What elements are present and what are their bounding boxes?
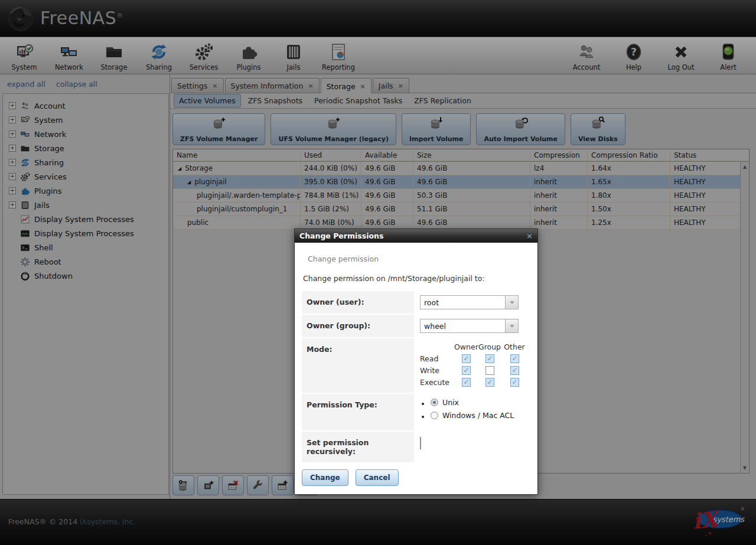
execute-other-checkbox[interactable]	[510, 378, 519, 387]
dialog-titlebar[interactable]: Change Permissions	[295, 229, 537, 243]
owner-user-combobox[interactable]	[420, 295, 519, 309]
execute-group-checkbox[interactable]	[485, 378, 494, 387]
change-button[interactable]: Change	[302, 469, 348, 486]
owner-group-row: Owner (group):	[302, 315, 530, 337]
recursive-checkbox[interactable]	[420, 437, 421, 449]
cancel-button[interactable]: Cancel	[356, 469, 399, 486]
dialog-section-label: Change permission	[308, 254, 530, 263]
radio-unix[interactable]	[431, 399, 438, 406]
read-owner-checkbox[interactable]	[462, 354, 471, 363]
mode-label: Mode:	[302, 338, 414, 393]
read-group-checkbox[interactable]	[485, 354, 494, 363]
owner-user-label: Owner (user):	[302, 291, 414, 314]
owner-group-combobox[interactable]	[420, 319, 519, 333]
permission-type-unix-option[interactable]: Unix	[431, 398, 459, 407]
owner-group-input[interactable]	[421, 319, 505, 332]
chevron-down-icon	[510, 325, 514, 328]
permission-type-row: Permission Type: Unix Windows / Mac ACL	[302, 394, 530, 430]
radio-windows-mac-acl[interactable]	[431, 412, 438, 419]
recursive-label: Set permission recursively:	[302, 432, 414, 462]
mode-row: Mode: Owner Group Other Read Write Execu…	[302, 338, 530, 393]
dialog-description: Change permission on /mnt/Storage/plugin…	[303, 274, 530, 283]
permission-type-acl-option[interactable]: Windows / Mac ACL	[431, 411, 514, 420]
mode-matrix: Owner Group Other Read Write Execute	[420, 342, 530, 387]
dialog-title: Change Permissions	[299, 231, 526, 240]
mode-col-group: Group	[478, 342, 501, 351]
mode-row-read-label: Read	[420, 354, 454, 363]
mode-col-owner: Owner	[454, 342, 478, 351]
owner-group-label: Owner (group):	[302, 315, 414, 337]
recursive-row: Set permission recursively:	[302, 432, 530, 462]
write-other-checkbox[interactable]	[510, 366, 519, 375]
mode-row-execute-label: Execute	[420, 378, 454, 387]
owner-user-row: Owner (user):	[302, 291, 530, 314]
owner-user-input[interactable]	[421, 296, 505, 309]
write-group-checkbox[interactable]	[485, 366, 494, 375]
execute-owner-checkbox[interactable]	[462, 378, 471, 387]
chevron-down-icon	[510, 301, 514, 304]
owner-group-dropdown-button[interactable]	[505, 319, 518, 332]
dialog-close-icon[interactable]	[526, 231, 533, 240]
write-owner-checkbox[interactable]	[462, 366, 471, 375]
owner-user-dropdown-button[interactable]	[505, 296, 518, 309]
read-other-checkbox[interactable]	[510, 354, 519, 363]
mode-col-other: Other	[501, 342, 527, 351]
permission-type-label: Permission Type:	[302, 394, 414, 430]
change-permissions-dialog: Change Permissions Change permission Cha…	[294, 229, 538, 495]
mode-row-write-label: Write	[420, 366, 454, 375]
